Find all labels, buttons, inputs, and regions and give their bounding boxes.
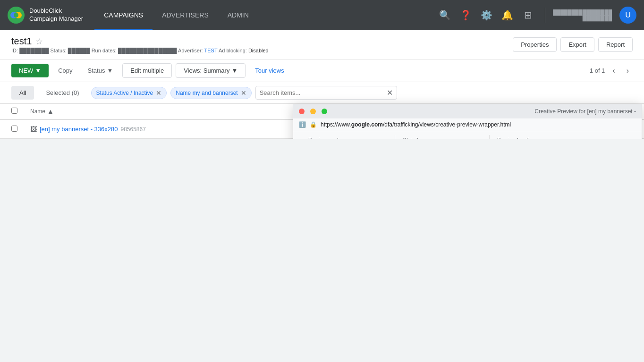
help-icon[interactable]: ❓: [456, 6, 475, 25]
preview-mode-group: Preview mode Desktop ▼: [301, 135, 395, 139]
apps-icon[interactable]: ⊞: [518, 6, 537, 25]
new-arrow-icon: ▼: [35, 67, 41, 74]
filter-chip-status: Status Active / Inactive ✕: [91, 87, 167, 99]
advertiser-value[interactable]: TEST: [204, 48, 218, 53]
pagination-text: 1 of 1: [590, 67, 605, 74]
status-button[interactable]: Status ▼: [82, 64, 119, 77]
new-label: NEW: [19, 67, 33, 74]
logo-area[interactable]: DoubleClick Campaign Manager: [8, 7, 83, 24]
website-label: Website: [403, 137, 482, 139]
page-next-button[interactable]: ›: [623, 65, 633, 77]
campaign-title-row: test1 ☆: [11, 36, 43, 47]
row-name-link[interactable]: [en] my bannerset - 336x280: [40, 126, 118, 133]
row-checkbox-col: [11, 126, 30, 133]
toolbar: NEW ▼ Copy Status ▼ Edit multiple Views:…: [0, 59, 644, 82]
row-name-cell: 🖼 [en] my bannerset - 336x280 98565867: [30, 126, 321, 133]
export-button[interactable]: Export: [560, 37, 594, 52]
search-clear-icon[interactable]: ✕: [387, 88, 393, 97]
filter-chip-status-label: Status Active / Inactive: [96, 90, 153, 96]
id-value: ████████: [19, 48, 50, 53]
svg-point-3: [14, 13, 18, 17]
nav-admin[interactable]: ADMIN: [218, 0, 258, 30]
filter-selected-tab[interactable]: Selected (0): [38, 86, 87, 100]
user-info: ████████████████ ████████: [553, 9, 612, 21]
header-actions: Properties Export Report: [513, 37, 633, 52]
doubleclick-logo: [8, 7, 25, 24]
filter-chip-status-close[interactable]: ✕: [156, 89, 161, 97]
preview-window: Creative Preview for [en] my bannerset -…: [293, 104, 642, 139]
tour-link[interactable]: Tour views: [249, 64, 289, 77]
search-input[interactable]: [260, 89, 387, 96]
user-info-line1: ████████████████: [553, 9, 612, 15]
nav-campaigns[interactable]: CAMPAIGNS: [94, 0, 153, 30]
select-all-checkbox[interactable]: [11, 108, 17, 114]
avatar[interactable]: U: [619, 7, 636, 24]
edit-multiple-button[interactable]: Edit multiple: [122, 63, 172, 78]
row-id: 98565867: [121, 126, 146, 133]
name-sort-icon[interactable]: ▲: [47, 108, 54, 115]
preview-controls: Preview mode Desktop ▼ Website Blank pag…: [293, 131, 642, 139]
run-dates-value: ████████████████: [118, 48, 178, 53]
name-header-label: Name: [30, 108, 45, 115]
window-minimize-btn[interactable]: [310, 109, 316, 114]
website-group: Website Blank page ▼: [395, 135, 490, 139]
row-type-icon: 🖼: [30, 126, 37, 133]
preview-title-bar: Creative Preview for [en] my bannerset -: [293, 104, 642, 118]
table-container: Name ▲ Status Include in rotation Assign…: [0, 104, 644, 139]
filter-chip-name-label: Name my and bannerset: [176, 90, 237, 96]
run-dates-label: Run dates:: [92, 48, 117, 53]
window-close-btn[interactable]: [299, 109, 305, 114]
views-button[interactable]: Views: Summary ▼: [176, 63, 246, 78]
logo-text: DoubleClick Campaign Manager: [29, 7, 83, 23]
ad-blocking-value: Disabled: [248, 48, 269, 53]
top-nav: DoubleClick Campaign Manager CAMPAIGNS A…: [0, 0, 644, 30]
campaign-header: test1 ☆ ID: ████████ Status: ██████ Run …: [0, 30, 644, 59]
window-maximize-btn[interactable]: [322, 109, 327, 114]
preview-mode-label: Preview mode: [308, 137, 387, 139]
new-button[interactable]: NEW ▼: [11, 64, 49, 77]
report-button[interactable]: Report: [598, 37, 633, 52]
notifications-icon[interactable]: 🔔: [498, 6, 517, 25]
filter-bar: All Selected (0) Status Active / Inactiv…: [0, 82, 644, 104]
search-box: ✕: [255, 86, 397, 100]
header-checkbox-col: [11, 108, 30, 115]
campaign-title-area: test1 ☆ ID: ████████ Status: ██████ Run …: [11, 36, 269, 53]
preview-title-text: Creative Preview for [en] my bannerset -: [333, 108, 636, 115]
status-label: Status:: [51, 48, 67, 53]
copy-button[interactable]: Copy: [52, 64, 78, 77]
star-icon[interactable]: ☆: [35, 36, 43, 47]
address-url[interactable]: https://www.google.com/dfa/trafficking/v…: [321, 121, 511, 128]
filter-chip-name: Name my and bannerset ✕: [170, 87, 251, 99]
status-arrow-icon: ▼: [107, 67, 113, 74]
user-info-line2: ████████: [583, 15, 612, 21]
nav-divider: [545, 8, 545, 23]
address-bar: ℹ️ 🔒 https://www.google.com/dfa/traffick…: [293, 118, 642, 131]
preview-location-group: Preview location On screen ▼: [490, 135, 584, 139]
campaign-title: test1: [11, 36, 32, 47]
status-label: Status: [88, 67, 105, 74]
info-icon: ℹ️: [299, 121, 306, 128]
nav-advertisers[interactable]: ADVERTISERS: [153, 0, 218, 30]
advertiser-label: Advertiser:: [178, 48, 203, 53]
settings-icon[interactable]: ⚙️: [477, 6, 496, 25]
views-label: Views: Summary: [184, 67, 229, 74]
filter-chip-name-close[interactable]: ✕: [241, 89, 246, 97]
preview-location-label: Preview location: [497, 137, 576, 139]
row-checkbox[interactable]: [11, 126, 17, 132]
views-arrow-icon: ▼: [231, 67, 237, 74]
header-name-col: Name ▲: [30, 108, 321, 115]
nav-icons: 🔍 ❓ ⚙️ 🔔 ⊞ ████████████████ ████████ U: [435, 6, 636, 25]
id-label: ID:: [11, 48, 18, 53]
filter-all-tab[interactable]: All: [11, 86, 34, 100]
pagination: 1 of 1 ‹ ›: [590, 65, 633, 77]
status-value: ██████: [68, 48, 92, 53]
properties-button[interactable]: Properties: [513, 37, 557, 52]
search-icon[interactable]: 🔍: [435, 6, 454, 25]
nav-links: CAMPAIGNS ADVERTISERS ADMIN: [94, 0, 435, 30]
page-prev-button[interactable]: ‹: [609, 65, 619, 77]
lock-icon: 🔒: [310, 121, 317, 128]
campaign-meta: ID: ████████ Status: ██████ Run dates: █…: [11, 48, 269, 53]
ad-blocking-label: Ad blocking:: [219, 48, 247, 53]
